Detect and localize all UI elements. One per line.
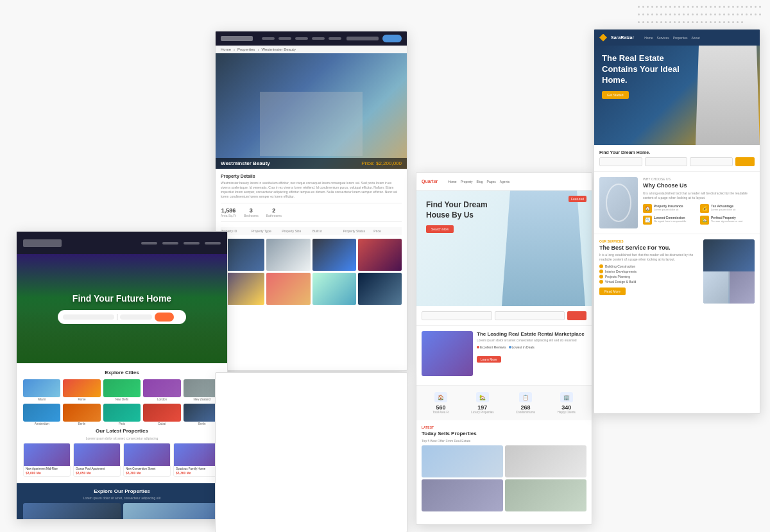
city-paris-label: Paris <box>119 422 125 425</box>
sara-nav-services[interactable]: Services <box>657 36 669 40</box>
sara-why-container: WHY CHOOSE US Why Choose Us It is a long… <box>599 177 755 228</box>
sara-search-budget[interactable] <box>690 157 733 166</box>
why-tax-desc: Lorem ipsum dolor sit <box>711 208 735 211</box>
quarter-logo-text: Quarter <box>422 179 438 184</box>
prop-price-3: $3,300 Mo <box>126 471 168 475</box>
sara-search-price[interactable] <box>645 157 688 166</box>
future-search-input[interactable] <box>63 314 114 320</box>
sara-best-img-bl <box>703 271 728 304</box>
quarter-nav-agents[interactable]: Agents <box>500 180 510 184</box>
why-feature-insurance: 🏠 Property Insurance Lorem ipsum dolor s… <box>643 204 697 213</box>
future-search-bar[interactable] <box>58 310 186 324</box>
future-cities-title: Explore Cities <box>23 370 221 375</box>
future-home-card: Find Your Future Home Explore Cities Mia… <box>16 231 228 520</box>
photo-thumb-6[interactable] <box>266 273 310 305</box>
prop-item-1[interactable]: New Apartment Mid-Rise $3,000 Mo <box>23 443 71 477</box>
sara-hero: The Real Estate Contains Your Ideal Home… <box>594 46 760 145</box>
quarter-today-label: LATEST <box>422 425 586 429</box>
sara-search-btn[interactable] <box>735 157 755 166</box>
quarter-rental-info: The Leading Real Estate Rental Marketpla… <box>477 331 586 376</box>
future-latest-subtitle: Lorem ipsum dolor sit amet, consectetur … <box>23 436 221 440</box>
why-commission-desc: No agent fees is responsible <box>654 219 686 223</box>
why-perfect-icon: 🏡 <box>700 216 709 225</box>
sara-best-btn[interactable]: Read More <box>599 287 626 295</box>
westminster-contact-btn[interactable] <box>382 35 402 42</box>
photo-thumb-3[interactable] <box>312 239 356 271</box>
sara-best-desc: It is a long established fact that the r… <box>599 253 698 262</box>
sara-search-location[interactable] <box>599 157 642 166</box>
today-item-1[interactable] <box>422 445 503 477</box>
city-berlin: Berlin <box>63 404 100 425</box>
quarter-search-type[interactable] <box>495 311 565 320</box>
explore-prop-2[interactable] <box>123 503 221 520</box>
sara-best-section: OUR SERVICES The Best Service For You. I… <box>594 234 760 309</box>
westminster-property-title: Westminster Beauty <box>221 160 270 166</box>
city-dubai-label: Dubai <box>158 422 166 425</box>
sara-nav-about[interactable]: About <box>692 36 700 40</box>
quarter-search-btn[interactable] <box>567 311 586 320</box>
future-content: Explore Cities Miami Rome New Delhi Lon <box>17 363 227 483</box>
stat-bedrooms-num: 3 <box>244 207 259 214</box>
counter-num-2: 197 <box>471 404 493 411</box>
westminster-house-illustration <box>260 92 363 156</box>
sara-why-label: WHY CHOOSE US <box>643 177 755 181</box>
why-commission-text: Lowest Commission No agent fees is respo… <box>654 216 686 223</box>
why-insurance-desc: Lorem ipsum dolor sit <box>654 208 683 211</box>
stat-area: 1,586 Area Sq.Ft <box>221 207 236 218</box>
sara-hero-btn[interactable]: Get Started <box>602 91 629 99</box>
westminster-card: Home › Properties › Westminster Beauty W… <box>215 31 407 371</box>
today-item-4[interactable] <box>505 479 586 511</box>
quarter-card: Quarter Home Property Blog Pages Agents … <box>416 172 592 525</box>
westminster-phone <box>346 37 379 40</box>
today-item-2[interactable] <box>505 445 586 477</box>
why-insurance-icon: 🏠 <box>643 204 652 213</box>
why-commission-icon: 📉 <box>643 216 652 225</box>
future-logo <box>23 239 62 247</box>
stat-bedrooms-label: Bedrooms <box>244 214 259 218</box>
future-hero-title: Find Your Future Home <box>73 293 171 304</box>
sara-best-label: OUR SERVICES <box>599 239 698 243</box>
counter-label-3: Condominiums <box>516 411 535 414</box>
photo-thumb-7[interactable] <box>312 273 356 305</box>
city-amsterdam: Amsterdam <box>23 404 60 425</box>
rental-stat-label-1: Excellent Reviews <box>480 345 506 349</box>
why-tax-icon: 💰 <box>700 204 709 213</box>
best-feature-interior: Interior Developments <box>599 270 698 273</box>
quarter-search-input[interactable] <box>422 311 492 320</box>
today-item-3[interactable] <box>422 479 503 511</box>
photo-thumb-8[interactable] <box>358 273 402 305</box>
best-feature-planning: Projects Planning <box>599 275 698 279</box>
rental-stat-1: Excellent Reviews <box>477 345 506 349</box>
prop-name-1: New Apartment Mid-Rise <box>26 467 68 470</box>
prop-price-2: $3,050 Mo <box>76 471 118 475</box>
best-feature-construction: Building Construction <box>599 264 698 268</box>
quarter-hero-btn[interactable]: Search Now <box>426 225 454 233</box>
quarter-nav-pages[interactable]: Pages <box>487 180 496 184</box>
quarter-rental-btn[interactable]: Learn More <box>477 356 501 363</box>
westminster-nav <box>216 31 407 46</box>
westminster-breadcrumb: Home › Properties › Westminster Beauty <box>216 46 407 53</box>
prop-item-4[interactable]: Spacious Family Home $3,360 Mo <box>173 443 221 477</box>
quarter-nav-blog[interactable]: Blog <box>477 180 483 184</box>
photo-thumb-4[interactable] <box>358 239 402 271</box>
sara-nav-home[interactable]: Home <box>644 36 653 40</box>
city-miami-img <box>23 379 60 397</box>
explore-prop-1[interactable] <box>23 503 121 520</box>
stat-bathrooms-label: Bathrooms <box>266 214 282 218</box>
future-search-btn[interactable] <box>155 313 174 322</box>
prop-item-3[interactable]: New Convention Street $3,300 Mo <box>123 443 171 477</box>
city-london: London <box>143 379 180 401</box>
photo-thumb-2[interactable] <box>266 239 310 271</box>
sara-search-row <box>599 157 755 166</box>
why-insurance-text: Property Insurance Lorem ipsum dolor sit <box>654 204 683 211</box>
future-explore-subtitle: Lorem ipsum dolor sit amet, consectetur … <box>23 496 221 500</box>
sara-nav-properties[interactable]: Properties <box>673 36 688 40</box>
quarter-nav-property[interactable]: Property <box>461 180 473 184</box>
westminster-photo-grid <box>221 239 402 305</box>
westminster-details-title: Property Details <box>221 174 402 178</box>
future-latest-title: Our Latest Properties <box>23 428 221 434</box>
quarter-nav-home[interactable]: Home <box>448 180 456 184</box>
prop-item-2[interactable]: Ocean Pool Apartment $3,050 Mo <box>73 443 121 477</box>
future-search-type[interactable] <box>120 314 152 320</box>
city-rome-label: Rome <box>78 398 86 401</box>
